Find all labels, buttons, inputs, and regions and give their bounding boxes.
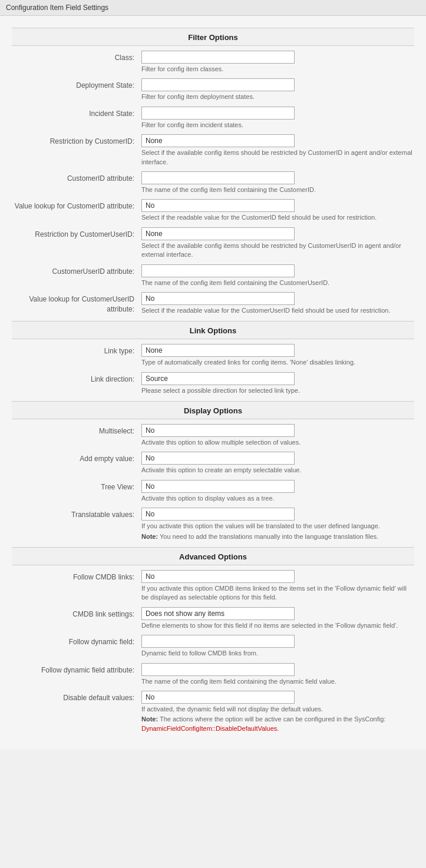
disable-default-values-content: No If activated, the dynamic field will … xyxy=(141,691,414,733)
translatable-values-row: Translatable values: No If you activate … xyxy=(12,508,414,541)
follow-dynamic-field-attribute-row: Follow dynamic field attribute: The name… xyxy=(12,663,414,686)
restriction-customerid-content: None Select if the available config item… xyxy=(141,134,414,167)
title-bar: Configuration Item Field Settings xyxy=(0,0,426,16)
translatable-values-content: No If you activate this option the value… xyxy=(141,508,414,541)
value-lookup-customeruserid-content: No Select if the readable value for the … xyxy=(141,292,414,315)
multiselect-content: No Activate this option to allow multipl… xyxy=(141,424,414,447)
add-empty-value-row: Add empty value: No Activate this option… xyxy=(12,452,414,475)
value-lookup-customeruserid-select[interactable]: No xyxy=(141,292,295,305)
customerid-attribute-label: CustomerID attribute: xyxy=(12,171,141,184)
cmdb-link-settings-row: CMDB link settings: Does not show any it… xyxy=(12,607,414,630)
multiselect-select[interactable]: No xyxy=(141,424,295,437)
customeruserid-attribute-input[interactable] xyxy=(141,264,295,277)
cmdb-link-settings-select[interactable]: Does not show any items xyxy=(141,607,295,620)
restriction-customeruserid-select[interactable]: None xyxy=(141,227,295,240)
value-lookup-customerid-label: Value lookup for CustomerID attribute: xyxy=(12,199,141,211)
cmdb-link-settings-label: CMDB link settings: xyxy=(12,607,141,619)
add-empty-value-label: Add empty value: xyxy=(12,452,141,464)
class-content: Filter for config item classes. xyxy=(141,51,414,74)
customeruserid-attribute-hint: The name of the config item field contai… xyxy=(141,279,414,287)
restriction-customerid-hint: Select if the available config items sho… xyxy=(141,148,414,167)
restriction-customeruserid-row: Restriction by CustomerUserID: None Sele… xyxy=(12,227,414,260)
cmdb-link-settings-content: Does not show any items Define elements … xyxy=(141,607,414,630)
deployment-state-label: Deployment State: xyxy=(12,78,141,91)
disable-default-values-select[interactable]: No xyxy=(141,691,295,704)
customerid-attribute-hint: The name of the config item field contai… xyxy=(141,185,414,194)
value-lookup-customerid-content: No Select if the readable value for the … xyxy=(141,199,414,222)
class-input[interactable] xyxy=(141,51,295,64)
follow-dynamic-field-attribute-content: The name of the config item field contai… xyxy=(141,663,414,686)
disable-default-values-hint1: If activated, the dynamic field will not… xyxy=(141,705,414,714)
follow-cmdb-links-label: Follow CMDB links: xyxy=(12,570,141,582)
value-lookup-customerid-select[interactable]: No xyxy=(141,199,295,212)
customeruserid-attribute-label: CustomerUserID attribute: xyxy=(12,264,141,277)
deployment-state-hint: Filter for config item deployment states… xyxy=(141,92,414,101)
deployment-state-row: Deployment State: Filter for config item… xyxy=(12,78,414,101)
disable-default-values-label: Disable default values: xyxy=(12,691,141,703)
advanced-options-header: Advanced Options xyxy=(12,547,414,565)
multiselect-hint: Activate this option to allow multiple s… xyxy=(141,438,414,447)
restriction-customeruserid-label: Restriction by CustomerUserID: xyxy=(12,227,141,240)
tree-view-select[interactable]: No xyxy=(141,480,295,493)
tree-view-hint: Activate this option to display values a… xyxy=(141,494,414,503)
follow-dynamic-field-hint: Dynamic field to follow CMDB links from. xyxy=(141,649,414,658)
follow-dynamic-field-row: Follow dynamic field: Dynamic field to f… xyxy=(12,635,414,658)
restriction-customeruserid-hint: Select if the available config items sho… xyxy=(141,241,414,260)
restriction-customeruserid-content: None Select if the available config item… xyxy=(141,227,414,260)
add-empty-value-content: No Activate this option to create an emp… xyxy=(141,452,414,475)
follow-cmdb-links-row: Follow CMDB links: No If you activate th… xyxy=(12,570,414,602)
tree-view-content: No Activate this option to display value… xyxy=(141,480,414,503)
value-lookup-customeruserid-label: Value lookup for CustomerUserID attribut… xyxy=(12,292,141,314)
class-hint: Filter for config item classes. xyxy=(141,65,414,74)
link-direction-label: Link direction: xyxy=(12,372,141,385)
disable-default-values-link[interactable]: DynamicFieldConfigItem::DisableDefaultVa… xyxy=(141,725,279,732)
follow-cmdb-links-content: No If you activate this option CMDB item… xyxy=(141,570,414,602)
follow-dynamic-field-label: Follow dynamic field: xyxy=(12,635,141,647)
restriction-customerid-select[interactable]: None xyxy=(141,134,295,147)
link-type-hint: Type of automatically created links for … xyxy=(141,358,414,367)
customeruserid-attribute-row: CustomerUserID attribute: The name of th… xyxy=(12,264,414,287)
value-lookup-customeruserid-hint: Select if the readable value for the Cus… xyxy=(141,306,414,315)
customerid-attribute-row: CustomerID attribute: The name of the co… xyxy=(12,171,414,194)
follow-cmdb-links-select[interactable]: No xyxy=(141,570,295,583)
link-type-label: Link type: xyxy=(12,344,141,356)
customerid-attribute-content: The name of the config item field contai… xyxy=(141,171,414,194)
page-title: Configuration Item Field Settings xyxy=(6,4,108,12)
link-type-content: None Type of automatically created links… xyxy=(141,344,414,367)
follow-dynamic-field-attribute-input[interactable] xyxy=(141,663,295,676)
value-lookup-customerid-hint: Select if the readable value for the Cus… xyxy=(141,213,414,222)
link-type-select[interactable]: None xyxy=(141,344,295,357)
translatable-values-label: Translatable values: xyxy=(12,508,141,520)
disable-default-values-hint2: Note: The actions where the option will … xyxy=(141,715,414,733)
customerid-attribute-input[interactable] xyxy=(141,171,295,184)
link-direction-hint: Please select a possible direction for s… xyxy=(141,386,414,395)
restriction-customerid-row: Restriction by CustomerID: None Select i… xyxy=(12,134,414,167)
follow-dynamic-field-content: Dynamic field to follow CMDB links from. xyxy=(141,635,414,658)
class-row: Class: Filter for config item classes. xyxy=(12,51,414,74)
follow-dynamic-field-input[interactable] xyxy=(141,635,295,648)
customeruserid-attribute-content: The name of the config item field contai… xyxy=(141,264,414,287)
cmdb-link-settings-hint: Define elements to show for this field i… xyxy=(141,621,414,630)
add-empty-value-hint: Activate this option to create an empty … xyxy=(141,466,414,475)
incident-state-content: Filter for config item incident states. xyxy=(141,107,414,130)
follow-dynamic-field-attribute-hint: The name of the config item field contai… xyxy=(141,677,414,686)
incident-state-input[interactable] xyxy=(141,107,295,120)
restriction-customerid-label: Restriction by CustomerID: xyxy=(12,134,141,147)
follow-dynamic-field-attribute-label: Follow dynamic field attribute: xyxy=(12,663,141,675)
disable-default-values-row: Disable default values: No If activated,… xyxy=(12,691,414,733)
multiselect-label: Multiselect: xyxy=(12,424,141,436)
multiselect-row: Multiselect: No Activate this option to … xyxy=(12,424,414,447)
translatable-values-hint1: If you activate this option the values w… xyxy=(141,522,414,531)
translatable-values-select[interactable]: No xyxy=(141,508,295,521)
translatable-values-hint2: Note: You need to add the translations m… xyxy=(141,532,414,541)
link-direction-content: Source Please select a possible directio… xyxy=(141,372,414,395)
follow-cmdb-links-hint: If you activate this option CMDB items l… xyxy=(141,584,414,602)
deployment-state-input[interactable] xyxy=(141,78,295,91)
filter-options-header: Filter Options xyxy=(12,28,414,46)
add-empty-value-select[interactable]: No xyxy=(141,452,295,465)
deployment-state-content: Filter for config item deployment states… xyxy=(141,78,414,101)
value-lookup-customeruserid-row: Value lookup for CustomerUserID attribut… xyxy=(12,292,414,315)
incident-state-row: Incident State: Filter for config item i… xyxy=(12,107,414,130)
incident-state-hint: Filter for config item incident states. xyxy=(141,121,414,130)
link-direction-select[interactable]: Source xyxy=(141,372,295,385)
